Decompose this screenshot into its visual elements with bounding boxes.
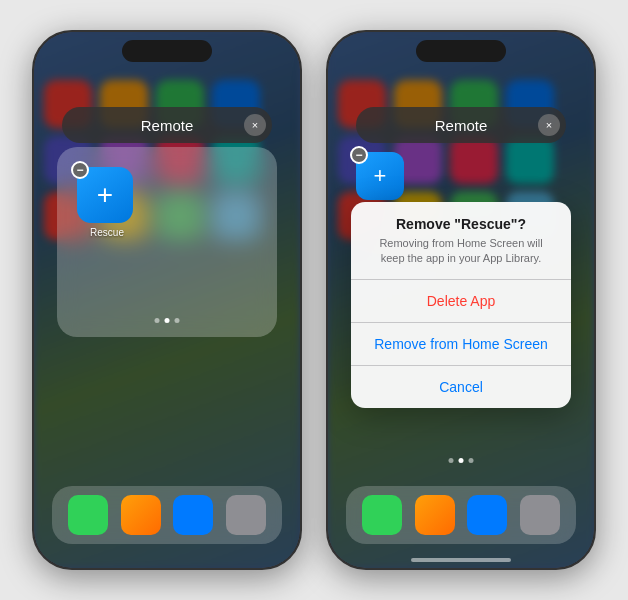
dock-right	[346, 486, 576, 544]
dock-settings-left[interactable]	[226, 495, 266, 535]
cancel-button[interactable]: Cancel	[351, 366, 571, 408]
app-wrapper-right: − +	[356, 152, 404, 200]
folder-close-right[interactable]: ×	[538, 114, 560, 136]
dock-safari-left[interactable]	[121, 495, 161, 535]
phone-screen-right: Remote × − + Remove "Rescue"? Removing f…	[328, 32, 594, 568]
folder-header-right: Remote ×	[356, 107, 566, 143]
folder-close-left[interactable]: ×	[244, 114, 266, 136]
phone-screen-left: Remote × − + Rescue	[34, 32, 300, 568]
dot-3	[175, 318, 180, 323]
notch-left	[122, 40, 212, 62]
folder-dots-left	[155, 318, 180, 323]
folder-title-left: Remote	[62, 117, 244, 134]
folder-header-left: Remote ×	[62, 107, 272, 143]
action-sheet-title: Remove "Rescue"?	[351, 202, 571, 236]
dot-1	[155, 318, 160, 323]
dock-messages-left[interactable]	[173, 495, 213, 535]
dock-phone-right[interactable]	[362, 495, 402, 535]
dock-phone-left[interactable]	[68, 495, 108, 535]
dot-2	[165, 318, 170, 323]
dock-messages-right[interactable]	[467, 495, 507, 535]
home-indicator-right	[411, 558, 511, 562]
folder-body-left: − + Rescue	[57, 147, 277, 337]
remove-from-homescreen-button[interactable]: Remove from Home Screen	[351, 323, 571, 366]
phone-left: Remote × − + Rescue	[32, 30, 302, 570]
dot-r1	[449, 458, 454, 463]
dock-safari-right[interactable]	[415, 495, 455, 535]
dock-settings-right[interactable]	[520, 495, 560, 535]
dot-r3	[469, 458, 474, 463]
folder-title-right: Remote	[356, 117, 538, 134]
app-label-rescue-left: Rescue	[77, 227, 137, 238]
minus-badge-left: −	[71, 161, 89, 179]
action-sheet: Remove "Rescue"? Removing from Home Scre…	[351, 202, 571, 408]
delete-app-button[interactable]: Delete App	[351, 280, 571, 323]
dot-r2	[459, 458, 464, 463]
folder-dots-right	[449, 458, 474, 463]
minus-badge-right: −	[350, 146, 368, 164]
phone-right: Remote × − + Remove "Rescue"? Removing f…	[326, 30, 596, 570]
app-wrapper-left: − + Rescue	[77, 167, 137, 238]
notch-right	[416, 40, 506, 62]
action-sheet-subtitle: Removing from Home Screen will keep the …	[351, 236, 571, 279]
dock-left	[52, 486, 282, 544]
